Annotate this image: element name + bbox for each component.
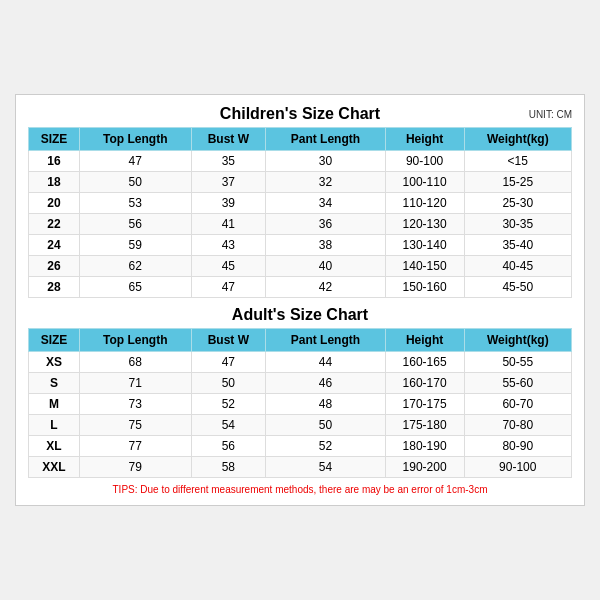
adult-header-top-length: Top Length bbox=[79, 329, 191, 352]
chart-container: Children's Size Chart UNIT: CM SIZE Top … bbox=[15, 94, 585, 506]
tips-text: TIPS: Due to different measurement metho… bbox=[28, 484, 572, 495]
header-size: SIZE bbox=[29, 128, 80, 151]
table-row: M735248170-17560-70 bbox=[29, 394, 572, 415]
adult-title-row: Adult's Size Chart bbox=[28, 306, 572, 324]
header-weight: Weight(kg) bbox=[464, 128, 571, 151]
children-title-row: Children's Size Chart UNIT: CM bbox=[28, 105, 572, 123]
header-pant-length: Pant Length bbox=[266, 128, 386, 151]
adult-header-weight: Weight(kg) bbox=[464, 329, 571, 352]
header-top-length: Top Length bbox=[79, 128, 191, 151]
adult-header-pant-length: Pant Length bbox=[266, 329, 386, 352]
table-row: 26624540140-15040-45 bbox=[29, 256, 572, 277]
table-row: XL775652180-19080-90 bbox=[29, 436, 572, 457]
table-row: XXL795854190-20090-100 bbox=[29, 457, 572, 478]
table-row: XS684744160-16550-55 bbox=[29, 352, 572, 373]
adult-size-table: SIZE Top Length Bust W Pant Length Heigh… bbox=[28, 328, 572, 478]
table-row: S715046160-17055-60 bbox=[29, 373, 572, 394]
children-size-table: SIZE Top Length Bust W Pant Length Heigh… bbox=[28, 127, 572, 298]
table-row: L755450175-18070-80 bbox=[29, 415, 572, 436]
adult-title: Adult's Size Chart bbox=[232, 306, 368, 324]
header-bust-w: Bust W bbox=[191, 128, 266, 151]
table-row: 24594338130-14035-40 bbox=[29, 235, 572, 256]
adult-header-height: Height bbox=[385, 329, 464, 352]
table-row: 20533934110-12025-30 bbox=[29, 193, 572, 214]
adult-header-bust-w: Bust W bbox=[191, 329, 266, 352]
header-height: Height bbox=[385, 128, 464, 151]
table-row: 22564136120-13030-35 bbox=[29, 214, 572, 235]
table-row: 28654742150-16045-50 bbox=[29, 277, 572, 298]
adult-section: Adult's Size Chart SIZE Top Length Bust … bbox=[28, 306, 572, 478]
table-row: 18503732100-11015-25 bbox=[29, 172, 572, 193]
children-title: Children's Size Chart bbox=[220, 105, 380, 123]
children-header-row: SIZE Top Length Bust W Pant Length Heigh… bbox=[29, 128, 572, 151]
unit-label: UNIT: CM bbox=[529, 109, 572, 120]
adult-header-size: SIZE bbox=[29, 329, 80, 352]
table-row: 1647353090-100<15 bbox=[29, 151, 572, 172]
adult-header-row: SIZE Top Length Bust W Pant Length Heigh… bbox=[29, 329, 572, 352]
